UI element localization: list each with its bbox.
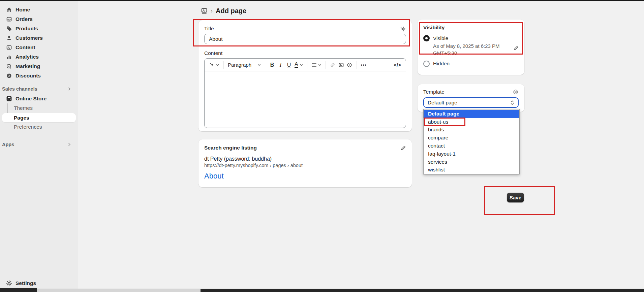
breadcrumb-chevron-icon: › [211, 8, 213, 14]
sidebar-item-analytics[interactable]: Analytics [0, 52, 78, 62]
bold-button[interactable]: B [268, 60, 276, 70]
online-store-icon [6, 96, 12, 102]
toolbar-divider [223, 61, 224, 69]
view-eye-icon[interactable] [513, 89, 519, 95]
sidebar-item-label: Settings [16, 280, 36, 286]
sidebar-item-home[interactable]: Home [0, 5, 78, 14]
underline-button[interactable]: U [285, 60, 293, 70]
italic-button[interactable]: I [276, 60, 285, 70]
dropdown-option-faq-layout-1[interactable]: faq-layout-1 [424, 150, 519, 158]
pages-breadcrumb-icon[interactable] [201, 7, 208, 14]
toolbar-divider [265, 61, 265, 69]
content-label: Content [204, 50, 406, 56]
sidebar-item-themes[interactable]: Themes [0, 103, 78, 113]
visible-radio-option[interactable]: Visible [423, 35, 519, 41]
seo-card: Search engine listing dt Petty (password… [198, 139, 412, 187]
analytics-icon [6, 54, 12, 60]
gear-icon [6, 280, 12, 287]
dropdown-option-contact[interactable]: contact [424, 142, 519, 150]
visibility-heading: Visibility [423, 25, 519, 31]
sidebar-item-online-store[interactable]: Online Store [0, 94, 78, 103]
link-icon [330, 62, 335, 68]
insert-video-button[interactable] [345, 60, 354, 70]
sparkle-icon [209, 62, 215, 68]
chevron-down-icon [257, 63, 261, 67]
link-button[interactable] [329, 60, 337, 70]
sidebar-item-orders[interactable]: Orders [0, 14, 78, 24]
chevron-right-icon [67, 142, 71, 147]
dropdown-option-compare[interactable]: compare [424, 134, 519, 142]
content-icon [6, 44, 12, 51]
select-updown-icon [510, 100, 514, 105]
sidebar-item-customers[interactable]: Customers [0, 33, 78, 43]
sidebar-item-settings[interactable]: Settings [0, 279, 78, 288]
sidebar-item-discounts[interactable]: Discounts [0, 71, 78, 80]
edit-pencil-icon[interactable] [400, 145, 406, 151]
apps-header[interactable]: Apps [0, 140, 78, 149]
sidebar-item-label: Themes [14, 105, 33, 111]
dropdown-option-brands[interactable]: brands [424, 126, 519, 134]
ai-assist-button[interactable] [208, 60, 221, 70]
align-left-icon [311, 63, 317, 67]
sidebar-item-label: Products [16, 26, 38, 32]
template-selected-value: Default page [428, 100, 457, 106]
title-label: Title [204, 26, 214, 32]
seo-page-title-link[interactable]: About [204, 172, 224, 181]
edit-pencil-icon[interactable] [513, 45, 519, 51]
paragraph-style-dropdown[interactable]: Paragraph [226, 60, 262, 70]
home-icon [6, 7, 12, 13]
page-form-card: Title About Content Paragraph B I [198, 20, 412, 131]
discounts-icon [6, 73, 12, 79]
bottom-scrollbar-thumb[interactable] [37, 289, 201, 292]
top-bar-edge [0, 0, 644, 1]
sidebar-item-label: Analytics [16, 54, 39, 60]
sidebar-item-label: Online Store [16, 96, 47, 102]
shopify-admin-add-page: Home Orders Products Customers [0, 0, 644, 292]
sidebar-item-label: Content [16, 44, 35, 51]
visibility-card: Visibility Visible As of May 8, 2025 at … [418, 20, 524, 75]
breadcrumb: › Add page [201, 6, 246, 15]
toolbar-divider [357, 61, 357, 69]
seo-site-line: dt Petty (password: buddha) [204, 156, 406, 162]
title-input[interactable]: About [204, 34, 406, 44]
play-circle-icon [347, 62, 352, 68]
sidebar-item-label: Discounts [16, 73, 41, 79]
radio-selected-icon [423, 35, 430, 41]
image-icon [338, 62, 344, 68]
sidebar-item-label: Customers [16, 35, 43, 41]
sidebar-item-label: Home [16, 7, 30, 13]
alignment-button[interactable] [310, 60, 323, 70]
template-select[interactable]: Default page [423, 97, 519, 108]
sidebar-item-content[interactable]: Content [0, 43, 78, 52]
content-editor[interactable]: Paragraph B I U A [204, 58, 406, 128]
content-editor-body[interactable] [205, 71, 406, 128]
text-color-button[interactable]: A [293, 60, 304, 70]
customers-icon [6, 35, 12, 41]
paragraph-label: Paragraph [228, 62, 251, 68]
insert-image-button[interactable] [337, 60, 345, 70]
sidebar-item-label: Marketing [16, 63, 40, 69]
sidebar: Home Orders Products Customers [0, 1, 78, 292]
ai-sparkle-icon[interactable] [400, 26, 406, 32]
toolbar-divider [326, 61, 326, 69]
products-icon [6, 26, 12, 32]
code-view-button[interactable]: </> [392, 60, 402, 70]
sidebar-item-pages[interactable]: Pages [0, 113, 78, 122]
sidebar-item-products[interactable]: Products [0, 24, 78, 33]
sidebar-item-preferences[interactable]: Preferences [0, 122, 78, 132]
hidden-label: Hidden [433, 61, 450, 67]
radio-unselected-icon [423, 61, 430, 67]
dropdown-option-default-page[interactable]: Default page [424, 110, 519, 118]
dropdown-option-wishlist[interactable]: wishlist [424, 166, 519, 174]
sales-channels-header[interactable]: Sales channels [0, 84, 78, 94]
page-title: Add page [216, 7, 246, 15]
dropdown-option-about-us[interactable]: about-us [424, 118, 519, 126]
dropdown-option-services[interactable]: services [424, 158, 519, 166]
more-options-button[interactable]: ••• [360, 60, 368, 70]
hidden-radio-option[interactable]: Hidden [423, 61, 519, 67]
save-button[interactable]: Save [507, 193, 524, 202]
chevron-right-icon [67, 87, 71, 91]
seo-url-line: https://dt-petty.myshopify.com › pages ›… [204, 163, 406, 168]
chevron-down-icon [318, 63, 321, 67]
sidebar-item-marketing[interactable]: Marketing [0, 62, 78, 71]
